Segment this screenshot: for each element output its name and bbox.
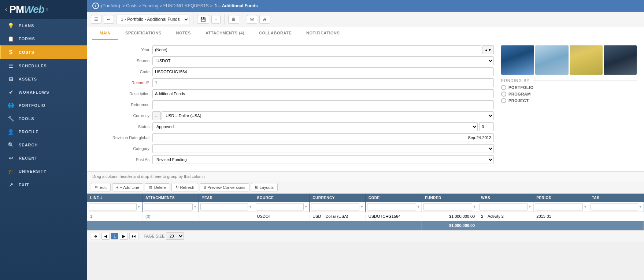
next-page-button[interactable]: ▶ bbox=[120, 233, 128, 240]
sidebar-item-tools[interactable]: 🔧 TOOLS bbox=[0, 112, 87, 125]
record-selector[interactable]: 1 - Portfolio - Additional Funds bbox=[116, 15, 189, 24]
currency-select[interactable]: USD – Dollar (USA) bbox=[162, 111, 494, 120]
project-radio[interactable] bbox=[501, 98, 506, 103]
table-filter-row: ▼ ▼ ▼ bbox=[87, 202, 644, 212]
edit-button[interactable]: ✏ Edit bbox=[91, 183, 111, 191]
sidebar-item-workflows[interactable]: ✔ WORKFLOWS bbox=[0, 86, 87, 99]
reference-input[interactable] bbox=[152, 100, 494, 109]
tab-notifications[interactable]: NOTIFICATIONS bbox=[299, 27, 347, 40]
save-button[interactable]: 💾 bbox=[197, 15, 209, 24]
record-input[interactable]: 1 bbox=[152, 78, 494, 87]
filter-attachments-input[interactable] bbox=[144, 203, 193, 210]
year-spinner[interactable]: ▲▼ bbox=[482, 45, 494, 54]
portfolio-radio[interactable] bbox=[501, 85, 506, 90]
delete-line-button[interactable]: 🗑 Delete bbox=[145, 183, 170, 191]
filter-code-funnel[interactable]: ▼ bbox=[417, 205, 420, 209]
filter-wbs-funnel[interactable]: ▼ bbox=[528, 205, 532, 209]
filter-funded-input[interactable] bbox=[423, 203, 472, 210]
sidebar-item-portfolio[interactable]: 🌐 PORTFOLIO bbox=[0, 99, 87, 112]
filter-currency-input[interactable] bbox=[311, 203, 359, 210]
add-button[interactable]: + bbox=[211, 15, 221, 24]
tab-notes[interactable]: NOTES bbox=[169, 27, 198, 40]
total-label-cell bbox=[87, 221, 422, 230]
page-size-select[interactable]: 20 50 100 bbox=[166, 232, 184, 240]
sidebar-item-plans[interactable]: 💡 PLANS bbox=[0, 19, 87, 32]
program-radio[interactable] bbox=[501, 92, 506, 97]
status-select[interactable]: Approved bbox=[152, 122, 478, 131]
undo-button[interactable]: ↩ bbox=[104, 15, 114, 24]
filter-source-input[interactable] bbox=[256, 203, 304, 210]
filter-attachments-funnel[interactable]: ▼ bbox=[193, 205, 197, 209]
revision-date-input[interactable]: Sep-24-2012 bbox=[152, 133, 494, 142]
post-as-select[interactable]: Revised Funding bbox=[152, 155, 494, 164]
add-line-button[interactable]: + + Add Line bbox=[112, 183, 143, 191]
info-icon[interactable]: i bbox=[92, 3, 99, 9]
tab-collaborate[interactable]: COLLABORATE bbox=[252, 27, 299, 40]
tab-main[interactable]: MAIN bbox=[92, 27, 118, 40]
filter-wbs-input[interactable] bbox=[480, 203, 528, 210]
refresh-button[interactable]: ↻ Refresh bbox=[171, 183, 199, 191]
col-header-wbs: WBS bbox=[478, 194, 533, 202]
email-button[interactable]: ✉ bbox=[247, 15, 257, 24]
data-table-wrapper: LINE # ATTACHMENTS YEAR SOURCE CURRENCY … bbox=[87, 194, 644, 230]
sidebar-item-costs[interactable]: $ COSTS bbox=[0, 45, 87, 59]
delete-button[interactable]: 🗑 bbox=[228, 15, 239, 24]
breadcrumb-portfolio-link[interactable]: (Portfolio) bbox=[101, 3, 120, 8]
row-attachments-link[interactable]: (0) bbox=[145, 214, 150, 219]
filter-tas-input[interactable] bbox=[591, 203, 638, 210]
filter-code-input[interactable] bbox=[367, 203, 416, 210]
filter-tas-funnel[interactable]: ▼ bbox=[639, 205, 642, 209]
filter-period-input[interactable] bbox=[535, 203, 583, 210]
source-select[interactable]: USDOT bbox=[152, 56, 494, 65]
sidebar-item-search[interactable]: 🔍 SEARCH bbox=[0, 138, 87, 152]
row-line-link[interactable]: 1 bbox=[90, 214, 92, 219]
col-header-year: YEAR bbox=[199, 194, 254, 202]
filter-source-funnel[interactable]: ▼ bbox=[304, 205, 308, 209]
filter-funded-funnel[interactable]: ▼ bbox=[473, 205, 476, 209]
table-header-row: LINE # ATTACHMENTS YEAR SOURCE CURRENCY … bbox=[87, 194, 644, 202]
back-chevron[interactable]: ‹ bbox=[5, 6, 7, 13]
current-page-button[interactable]: 1 bbox=[111, 233, 118, 239]
filter-year-input[interactable] bbox=[200, 203, 248, 210]
filter-line-input[interactable] bbox=[89, 203, 137, 210]
building-images bbox=[501, 45, 637, 75]
filter-currency-funnel[interactable]: ▼ bbox=[360, 205, 363, 209]
last-page-button[interactable]: ⏭ bbox=[129, 233, 138, 239]
tab-attachments[interactable]: ATTACHMENTS (4) bbox=[198, 27, 252, 40]
sidebar-item-forms-label: FORMS bbox=[19, 37, 35, 41]
tab-specifications[interactable]: SPECIFICATIONS bbox=[118, 27, 169, 40]
toolbar-divider-1 bbox=[193, 14, 193, 25]
status-num-input[interactable] bbox=[479, 122, 494, 131]
print-button[interactable]: 🖨 bbox=[259, 15, 270, 24]
code-input[interactable]: USDOTCHG1564 bbox=[152, 67, 494, 76]
sidebar-item-profile[interactable]: 👤 PROFILE bbox=[0, 125, 87, 138]
building-image-1 bbox=[501, 45, 534, 75]
currency-label: Currency bbox=[95, 113, 149, 118]
sidebar-item-exit[interactable]: ↗ EXIT bbox=[0, 178, 87, 191]
building-image-3 bbox=[570, 45, 603, 75]
sidebar-item-recent[interactable]: ↩ RECENT bbox=[0, 152, 87, 165]
year-input[interactable] bbox=[152, 45, 481, 54]
currency-ellipsis-button[interactable]: ... bbox=[152, 111, 161, 120]
sidebar-item-schedules[interactable]: ☰ SCHEDULES bbox=[0, 59, 87, 72]
refresh-icon: ↻ bbox=[175, 185, 179, 190]
sidebar-item-forms[interactable]: 📋 FORMS bbox=[0, 32, 87, 45]
sidebar-logo: ‹ PMWeb ® bbox=[0, 0, 87, 19]
sidebar-item-schedules-label: SCHEDULES bbox=[19, 64, 47, 68]
description-input[interactable]: Additional Funds bbox=[152, 89, 494, 98]
filter-line-funnel[interactable]: ▼ bbox=[137, 205, 141, 209]
sidebar-item-assets[interactable]: ⊞ ASSETS bbox=[0, 72, 87, 86]
first-page-button[interactable]: ⏮ bbox=[91, 233, 100, 239]
filter-period-funnel[interactable]: ▼ bbox=[584, 205, 587, 209]
layouts-button[interactable]: ⊞ Layouts bbox=[251, 183, 278, 191]
breadcrumb-current-page: 1 – Additional Funds bbox=[215, 3, 258, 8]
filter-year-funnel[interactable]: ▼ bbox=[249, 205, 252, 209]
sidebar-item-university[interactable]: 🎓 UNIVERSITY bbox=[0, 165, 87, 178]
list-view-button[interactable]: ☰ bbox=[91, 15, 101, 24]
prev-page-button[interactable]: ◀ bbox=[101, 233, 110, 240]
save-icon: 💾 bbox=[200, 17, 206, 22]
university-icon: 🎓 bbox=[7, 168, 15, 174]
tools-icon: 🔧 bbox=[7, 116, 15, 122]
category-select[interactable] bbox=[152, 144, 494, 153]
preview-conversions-button[interactable]: $ Preview Conversions bbox=[200, 183, 249, 191]
